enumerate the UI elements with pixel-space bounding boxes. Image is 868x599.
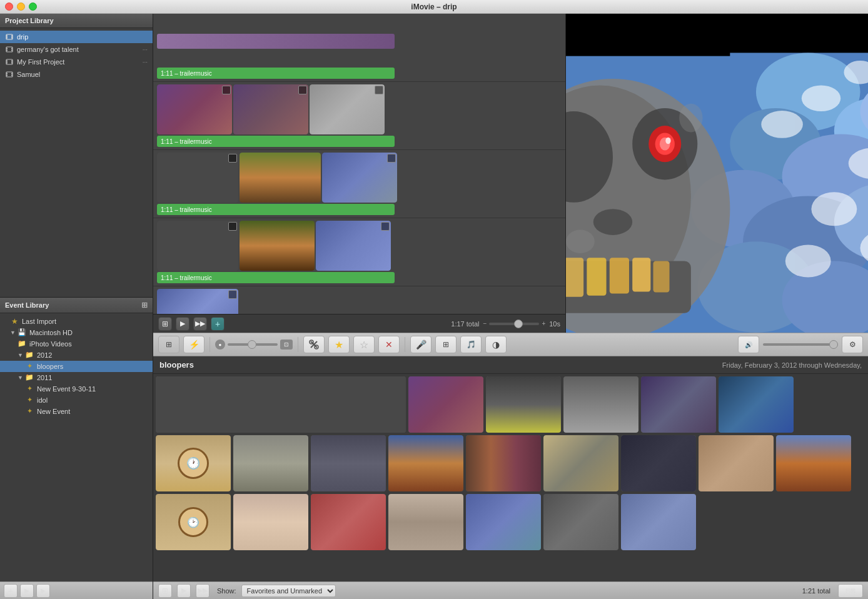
event-item-iphoto[interactable]: 📁 iPhoto Videos bbox=[0, 338, 153, 350]
footer-settings-button[interactable]: ⊟⊠ bbox=[838, 584, 863, 598]
play-footer-button[interactable]: ▶ bbox=[177, 584, 191, 598]
sidebar-item-drip[interactable]: drip bbox=[0, 31, 153, 43]
zoom-plus[interactable]: + bbox=[542, 320, 545, 327]
timeline-duration: 1:17 total bbox=[451, 320, 479, 328]
event-item-macintosh-hd[interactable]: ▼ 💾 Macintosh HD bbox=[0, 327, 153, 338]
play-event-button[interactable]: ▶ bbox=[20, 584, 34, 598]
event-item-new-event-9-30[interactable]: ✦ New Event 9-30-11 bbox=[0, 383, 153, 395]
timeline-clips-2 bbox=[157, 84, 562, 134]
event-thumb-vertical[interactable] bbox=[466, 435, 541, 491]
clip-thumb-3b[interactable] bbox=[240, 153, 321, 203]
close-button[interactable] bbox=[5, 3, 13, 11]
svg-rect-0 bbox=[6, 34, 13, 39]
event-thumb-dots[interactable] bbox=[621, 494, 696, 550]
favorite-button[interactable]: ★ bbox=[328, 336, 350, 353]
event-label-bloopers: bloopers bbox=[37, 363, 63, 370]
clip-thumb-4c[interactable] bbox=[316, 221, 391, 271]
clip-thumb-2a[interactable] bbox=[157, 84, 232, 134]
clip-thumb-2c[interactable] bbox=[310, 84, 385, 134]
voiceover-button[interactable]: 🎤 bbox=[410, 336, 431, 353]
clip-thumb-3c[interactable] bbox=[322, 153, 397, 203]
event-thumb-red-char[interactable] bbox=[311, 494, 386, 550]
event-item-2011[interactable]: ▼ 📁 2011 bbox=[0, 372, 153, 383]
clip-thumb-3a[interactable] bbox=[157, 153, 238, 203]
event-thumb-gray-2[interactable] bbox=[543, 494, 618, 550]
clip-thumb-2b[interactable] bbox=[233, 84, 308, 134]
clip-marker-4c bbox=[381, 222, 390, 231]
speed-slider-track[interactable] bbox=[228, 343, 278, 346]
add-media-button[interactable]: + bbox=[211, 317, 225, 331]
timeline-scroll[interactable]: 1:11 – trailermusic bbox=[153, 14, 565, 314]
play-full-footer-button[interactable]: ▶▶ bbox=[196, 584, 209, 598]
clip-wide-top[interactable] bbox=[157, 34, 395, 49]
clip-marker-3c bbox=[387, 154, 396, 163]
crop-button[interactable]: ⊞ bbox=[435, 336, 457, 353]
event-thumb-blue-char[interactable] bbox=[466, 494, 541, 550]
add-event-button[interactable]: + bbox=[4, 584, 18, 598]
clip-thumb-4b[interactable] bbox=[240, 221, 315, 271]
event-list[interactable]: ★ Last Import ▼ 💾 Macintosh HD 📁 iPhoto … bbox=[0, 313, 153, 582]
speed-slider-thumb[interactable] bbox=[248, 340, 256, 349]
audio-adjust-button[interactable]: 🎵 bbox=[460, 336, 482, 353]
volume-slider-thumb[interactable] bbox=[829, 340, 838, 349]
timeline-row-3: 1:11 – trailermusic bbox=[153, 150, 565, 218]
waveform-view-button[interactable]: ⚡ bbox=[183, 336, 204, 353]
event-thumb-orange-2[interactable] bbox=[776, 435, 851, 491]
event-thumb-orange-scene[interactable] bbox=[388, 435, 463, 491]
sidebar-item-samuel[interactable]: Samuel bbox=[0, 68, 153, 81]
clip-thumb-4a[interactable] bbox=[157, 221, 238, 271]
event-item-new-event[interactable]: ✦ New Event bbox=[0, 406, 153, 417]
sidebar-item-germany[interactable]: germany's got talent ··· bbox=[0, 43, 153, 56]
event-thumb-2[interactable] bbox=[486, 376, 561, 433]
sidebar-item-first-project[interactable]: My First Project ··· bbox=[0, 56, 153, 68]
zoom-value: 10s bbox=[549, 320, 560, 328]
add-to-project-button[interactable]: ⊞ bbox=[158, 584, 172, 598]
project-list[interactable]: drip germany's got talent ··· My First P… bbox=[0, 28, 153, 297]
event-library-collapse-icon[interactable]: ⊞ bbox=[141, 301, 148, 310]
svg-point-52 bbox=[665, 138, 670, 144]
event-thumb-char-face[interactable] bbox=[311, 435, 386, 491]
reject-button[interactable]: ✕ bbox=[378, 336, 400, 353]
zoom-minus[interactable]: − bbox=[483, 320, 487, 327]
play-event-button-2[interactable]: ▶ bbox=[36, 584, 50, 598]
event-thumb-empty-wide[interactable] bbox=[156, 376, 406, 433]
event-thumb-snake[interactable] bbox=[233, 435, 308, 491]
settings-button[interactable]: ⚙ bbox=[842, 336, 863, 353]
unfavorite-button[interactable]: ☆ bbox=[353, 336, 375, 353]
event-thumb-octopus[interactable] bbox=[233, 494, 308, 550]
event-thumb-dark-scene[interactable] bbox=[621, 435, 696, 491]
event-thumb-clock[interactable]: 🕐 bbox=[156, 435, 231, 491]
add-clip-button[interactable]: ⊞ bbox=[158, 317, 172, 331]
maximize-button[interactable] bbox=[29, 3, 37, 11]
event-thumb-legs[interactable] bbox=[543, 435, 618, 491]
event-item-last-import[interactable]: ★ Last Import bbox=[0, 316, 153, 327]
zoom-thumb[interactable] bbox=[514, 320, 523, 328]
zoom-track[interactable] bbox=[489, 323, 539, 325]
clip-thumb-5a[interactable] bbox=[157, 289, 238, 314]
scissors-button[interactable] bbox=[303, 336, 325, 353]
event-item-bloopers[interactable]: ✦ bloopers bbox=[0, 361, 153, 372]
minimize-button[interactable] bbox=[17, 3, 25, 11]
project-label-3: My First Project bbox=[17, 58, 64, 66]
event-thumb-wood[interactable] bbox=[388, 494, 463, 550]
clip-marker-2c bbox=[375, 86, 383, 94]
filmstrip-view-button[interactable]: ⊞ bbox=[158, 336, 179, 353]
event-item-2012[interactable]: ▼ 📁 2012 bbox=[0, 350, 153, 361]
event-icon-new: ✦ bbox=[25, 407, 34, 416]
play-button[interactable]: ▶ bbox=[176, 317, 189, 331]
color-button[interactable]: ◑ bbox=[485, 336, 507, 353]
event-thumb-clock-2[interactable]: 🕑 bbox=[156, 494, 231, 550]
show-select[interactable]: Favorites and Unmarked All Clips Favorit… bbox=[241, 585, 336, 597]
event-item-idol[interactable]: ✦ idol bbox=[0, 395, 153, 406]
event-thumb-1[interactable] bbox=[408, 376, 483, 433]
volume-slider-track[interactable] bbox=[763, 343, 838, 346]
zoom-slider[interactable]: − + bbox=[483, 320, 546, 327]
event-thumbnails[interactable]: 🕐 bbox=[153, 374, 868, 581]
event-thumb-blanket[interactable] bbox=[699, 435, 774, 491]
event-thumb-5[interactable] bbox=[719, 376, 794, 433]
event-browser-footer: ⊞ ▶ ▶▶ Show: Favorites and Unmarked All … bbox=[153, 581, 868, 599]
event-thumb-4[interactable] bbox=[641, 376, 716, 433]
play-full-button[interactable]: ▶▶ bbox=[193, 317, 207, 331]
event-thumb-3[interactable] bbox=[563, 376, 638, 433]
audio-level-button[interactable]: 🔊 bbox=[738, 336, 759, 353]
